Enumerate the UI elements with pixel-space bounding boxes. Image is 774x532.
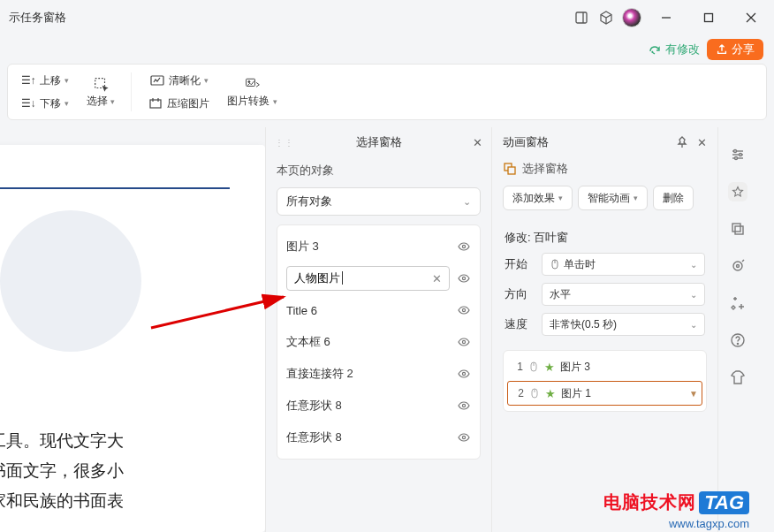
selection-item[interactable]: 任意形状 8 — [277, 422, 480, 453]
selection-item[interactable]: 任意形状 8 — [277, 390, 480, 422]
svg-rect-20 — [508, 167, 515, 174]
animation-pane-header: 动画窗格 ✕ — [492, 127, 717, 157]
animation-list: 1 ★ 图片 3 2 ★ 图片 1 ▼ — [503, 350, 707, 412]
move-up-icon: ☰↑ — [20, 72, 36, 88]
animation-list-item[interactable]: 1 ★ 图片 3 — [504, 354, 706, 379]
settings-icon[interactable] — [728, 256, 747, 276]
help-icon[interactable] — [728, 331, 747, 350]
svg-point-36 — [736, 265, 739, 268]
visibility-icon[interactable] — [457, 335, 471, 349]
close-button[interactable] — [733, 4, 769, 32]
svg-rect-33 — [732, 224, 740, 232]
visibility-icon[interactable] — [457, 430, 471, 445]
delete-button[interactable]: 删除 — [653, 186, 694, 210]
svg-rect-8 — [150, 100, 161, 108]
title-bar: 示任务窗格 — [0, 0, 774, 35]
animation-pane-close[interactable]: ✕ — [697, 136, 707, 149]
ribbon-separator — [131, 72, 132, 111]
selection-pane-title: 选择窗格 — [356, 134, 402, 150]
add-effect-button[interactable]: 添加效果▾ — [503, 186, 573, 210]
visibility-icon[interactable] — [457, 399, 471, 413]
open-selection-pane-link[interactable]: 选择窗格 — [492, 157, 717, 186]
chevron-down-icon[interactable]: ▼ — [689, 389, 698, 399]
maximize-button[interactable] — [691, 4, 726, 32]
cube-icon[interactable] — [597, 9, 615, 27]
changes-indicator[interactable]: 有修改 — [648, 42, 700, 57]
svg-rect-3 — [705, 14, 713, 22]
clear-icon[interactable]: ✕ — [432, 272, 442, 285]
start-dropdown[interactable]: 单击时 ⌄ — [542, 253, 705, 276]
task-pane-label: 示任务窗格 — [5, 10, 66, 26]
selection-filter-dropdown[interactable]: 所有对象 ⌄ — [277, 187, 481, 216]
drag-handle-icon[interactable]: ⋮⋮ — [275, 138, 294, 148]
pin-icon[interactable] — [676, 136, 688, 148]
move-up-button[interactable]: ☰↑上移▾ — [20, 70, 69, 91]
ribbon-convert-group[interactable]: 图片转换 ▾ — [222, 76, 282, 109]
selection-pane: ⋮⋮ 选择窗格 ✕ 本页的对象 所有对象 ⌄ 图片 3 人物图片 ✕ Title… — [265, 127, 491, 532]
select-icon — [93, 76, 109, 92]
minimize-button[interactable] — [649, 4, 684, 32]
start-label: 开始 — [505, 256, 535, 272]
star-icon: ★ — [545, 387, 556, 400]
chevron-down-icon: ⌄ — [463, 196, 471, 208]
svg-rect-0 — [576, 12, 587, 23]
clarity-button[interactable]: 清晰化▾ — [149, 70, 209, 91]
window-controls — [573, 4, 769, 32]
ribbon-select-group[interactable]: 选择 ▾ — [81, 76, 120, 109]
animation-pane: 动画窗格 ✕ 选择窗格 添加效果▾ 智能动画▾ 删除 修改: 百叶窗 开始 单击… — [491, 127, 717, 532]
visibility-icon[interactable] — [457, 303, 471, 317]
visibility-icon[interactable] — [457, 239, 471, 254]
animation-buttons: 添加效果▾ 智能动画▾ 删除 — [492, 186, 717, 221]
user-avatar[interactable] — [622, 8, 641, 27]
compress-button[interactable]: 压缩图片 — [148, 93, 209, 114]
tshirt-icon[interactable] — [728, 368, 747, 387]
tune-icon[interactable] — [728, 145, 747, 164]
svg-point-13 — [462, 308, 465, 311]
svg-point-10 — [247, 80, 249, 82]
svg-point-15 — [462, 372, 465, 375]
slide-canvas: 式和工具。现代文字大 产生书面文字，很多小 了国家和民族的书面表 — [0, 127, 265, 532]
selection-item-editing: 人物图片 ✕ — [277, 262, 480, 294]
visibility-icon[interactable] — [457, 271, 471, 285]
status-bar: 有修改 分享 — [0, 35, 774, 64]
compress-icon — [148, 95, 163, 111]
slide[interactable]: 式和工具。现代文字大 产生书面文字，很多小 了国家和民族的书面表 — [0, 145, 265, 532]
speed-label: 速度 — [505, 316, 535, 332]
animation-pane-title: 动画窗格 — [503, 134, 549, 150]
selection-pane-close[interactable]: ✕ — [473, 136, 482, 149]
svg-point-30 — [733, 150, 736, 153]
selection-list: 图片 3 人物图片 ✕ Title 6 文本框 6 直接连接符 2 任意形状 8… — [277, 224, 481, 460]
selection-pane-header: ⋮⋮ 选择窗格 ✕ — [266, 127, 491, 157]
slide-circle-shape — [0, 210, 141, 352]
animation-properties: 修改: 百叶窗 开始 单击时 ⌄ 方向 水平⌄ 速度 非常快(0.5 秒)⌄ — [492, 221, 717, 343]
svg-point-31 — [739, 154, 741, 156]
text-caret — [342, 271, 343, 285]
direction-dropdown[interactable]: 水平⌄ — [542, 283, 705, 306]
visibility-icon[interactable] — [457, 367, 471, 381]
svg-point-17 — [462, 436, 465, 438]
svg-point-32 — [734, 157, 737, 160]
direction-label: 方向 — [505, 286, 535, 302]
panel-icon[interactable] — [573, 9, 590, 27]
sparkle-icon[interactable] — [728, 293, 747, 313]
rename-input[interactable]: 人物图片 ✕ — [286, 266, 450, 291]
slide-body-text: 式和工具。现代文字大 产生书面文字，很多小 了国家和民族的书面表 — [0, 426, 256, 516]
animation-list-item-selected[interactable]: 2 ★ 图片 1 ▼ — [507, 381, 702, 406]
selection-item[interactable]: 图片 3 — [277, 231, 480, 262]
svg-point-14 — [462, 340, 465, 343]
ribbon: ☰↑上移▾ ☰↓下移▾ 选择 ▾ 清晰化▾ 压缩图片 图片转换 ▾ — [7, 64, 767, 120]
move-down-button[interactable]: ☰↓下移▾ — [20, 93, 69, 114]
selection-item[interactable]: 直接连接符 2 — [277, 358, 480, 390]
share-button[interactable]: 分享 — [707, 39, 763, 60]
star-icon: ★ — [544, 361, 555, 374]
selection-item[interactable]: 文本框 6 — [277, 326, 480, 358]
selection-item[interactable]: Title 6 — [277, 294, 480, 326]
convert-icon — [245, 76, 261, 92]
layers-icon[interactable] — [728, 219, 747, 239]
ribbon-move-group: ☰↑上移▾ ☰↓下移▾ — [15, 70, 74, 114]
smart-anim-button[interactable]: 智能动画▾ — [578, 186, 648, 210]
speed-dropdown[interactable]: 非常快(0.5 秒)⌄ — [542, 313, 705, 336]
svg-point-11 — [462, 245, 465, 247]
modify-label: 修改: 百叶窗 — [505, 230, 705, 246]
star-outline-icon[interactable] — [728, 182, 747, 201]
